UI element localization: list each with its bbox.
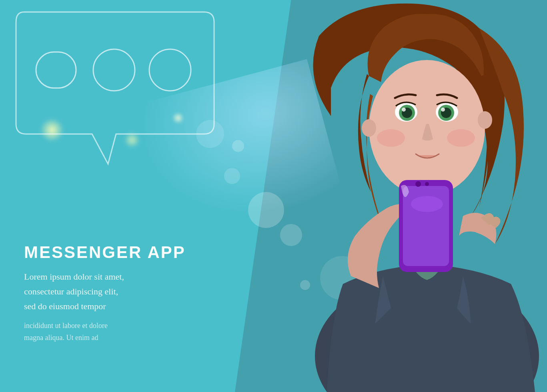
svg-point-16 [362, 119, 376, 137]
svg-point-9 [402, 108, 406, 112]
character-illustration [231, 0, 547, 392]
app-title: MESSENGER APP [24, 243, 224, 262]
svg-point-13 [441, 108, 445, 112]
text-section: MESSENGER APP Lorem ipsum dolor sit amet… [24, 243, 224, 344]
svg-point-2 [149, 49, 191, 91]
svg-point-21 [425, 182, 429, 186]
svg-point-17 [478, 111, 492, 129]
lorem-main-text: Lorem ipsum dolor sit amet, consectetur … [24, 269, 224, 314]
svg-point-22 [411, 196, 443, 212]
speech-bubble [12, 8, 236, 176]
lorem-secondary-text: incididunt ut labore et dolore magna ali… [24, 320, 224, 344]
svg-rect-0 [36, 52, 76, 88]
svg-point-14 [377, 129, 405, 147]
svg-point-15 [447, 129, 475, 147]
main-scene: MESSENGER APP Lorem ipsum dolor sit amet… [0, 0, 547, 392]
svg-point-20 [415, 181, 421, 187]
svg-point-1 [93, 49, 135, 91]
